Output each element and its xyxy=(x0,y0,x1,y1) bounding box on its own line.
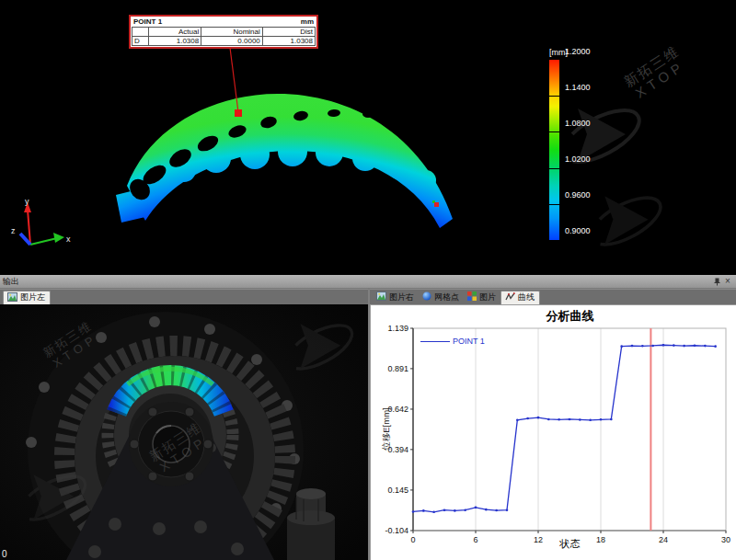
axis-label-x: x xyxy=(66,234,71,244)
deviation-color-band xyxy=(116,94,453,228)
tab-curve[interactable]: 曲线 xyxy=(500,291,540,304)
tooltip-col-nominal: Nominal xyxy=(201,28,263,37)
tab-label: 图片左 xyxy=(20,291,45,303)
hub xyxy=(129,402,213,486)
tooltip-col-dist: Dist xyxy=(262,28,315,37)
application-window: y x z 新拓三维 XTOP POINT 1 mm xyxy=(0,0,736,560)
legend-line-sample xyxy=(420,341,450,342)
series-line xyxy=(413,345,716,512)
left-panel-tabbar: 图片左 xyxy=(0,289,368,304)
tooltip-point-name: POINT 1 xyxy=(133,17,162,26)
point-cloud-canvas: y x z xyxy=(0,0,736,275)
picture-icon xyxy=(376,291,386,303)
measurement-tooltip: POINT 1 mm Actual Nominal Dist D 1.0308 … xyxy=(129,15,318,49)
output-panel-title: 输出 xyxy=(3,276,711,288)
color-scale-ticks: 1.2000 1.1400 1.0800 1.0200 0.9600 0.900… xyxy=(565,51,620,231)
svg-text:0.145: 0.145 xyxy=(387,486,408,495)
color-tick: 1.2000 xyxy=(565,47,591,56)
pin-icon[interactable] xyxy=(711,277,722,287)
sphere-icon xyxy=(422,291,431,303)
color-tick: 0.9000 xyxy=(565,226,591,235)
color-scale-gradient xyxy=(549,60,559,240)
tooltip-col-blank xyxy=(132,28,149,37)
axis-label-z: z xyxy=(11,226,16,235)
color-tick: 1.1400 xyxy=(565,83,591,92)
chart-legend: POINT 1 xyxy=(420,337,485,346)
color-tick: 1.0200 xyxy=(565,154,591,164)
right-panel-tabbar: 图片右 网格点 图片 曲线 xyxy=(370,289,736,304)
chart-y-axis-label: 位移E[mm] xyxy=(381,388,393,471)
tooltip-table: Actual Nominal Dist D 1.0308 0.0000 1.03… xyxy=(132,27,316,46)
gear-photo xyxy=(0,304,368,560)
tooltip-unit: mm xyxy=(301,17,314,26)
color-tick: 1.0800 xyxy=(565,119,591,128)
close-icon[interactable]: × xyxy=(722,277,733,287)
color-scale: [mm] 1.2000 1.1400 1.0800 1.0200 0.9600 … xyxy=(549,48,623,240)
svg-text:1.139: 1.139 xyxy=(387,324,408,333)
tab-label: 网格点 xyxy=(434,291,459,303)
output-panel-titlebar: 输出 × xyxy=(0,275,736,289)
probe-point-secondary xyxy=(434,202,439,207)
tab-image-left[interactable]: 图片左 xyxy=(3,291,51,304)
viewport-3d[interactable]: y x z 新拓三维 XTOP POINT 1 mm xyxy=(0,0,736,275)
tooltip-row-label: D xyxy=(132,37,149,46)
svg-text:0.891: 0.891 xyxy=(387,364,408,373)
tab-image-right[interactable]: 图片右 xyxy=(373,291,419,304)
curve-icon xyxy=(505,292,515,303)
svg-text:-0.104: -0.104 xyxy=(385,526,408,535)
grid-icon xyxy=(467,291,477,303)
tab-image[interactable]: 图片 xyxy=(464,291,500,304)
picture-icon xyxy=(7,292,17,303)
image-index-label: 0 xyxy=(2,549,7,559)
axis-label-y: y xyxy=(25,197,29,206)
tooltip-dist-value: 1.0308 xyxy=(262,37,315,46)
tooltip-actual-value: 1.0308 xyxy=(149,37,201,46)
legend-series-name: POINT 1 xyxy=(453,337,485,346)
axis-triad: y x z xyxy=(11,197,71,245)
tab-label: 图片右 xyxy=(389,291,414,303)
selected-point-marker[interactable] xyxy=(235,109,242,117)
analysis-curve-panel: 0612182430-0.1040.1450.3940.6420.8911.13… xyxy=(370,304,736,560)
tooltip-nominal-value: 0.0000 xyxy=(201,37,263,46)
chart-x-axis-label: 状态 xyxy=(413,537,727,551)
tab-grid-points[interactable]: 网格点 xyxy=(419,291,464,304)
camera-image-left[interactable]: 新拓三维 XTOP 新拓三维 XTOP 0 xyxy=(0,304,368,560)
color-tick: 0.9600 xyxy=(565,190,591,200)
tab-label: 曲线 xyxy=(518,291,535,303)
chart-title: 分析曲线 xyxy=(413,308,727,325)
tooltip-col-actual: Actual xyxy=(149,28,201,37)
tab-label: 图片 xyxy=(479,291,496,303)
